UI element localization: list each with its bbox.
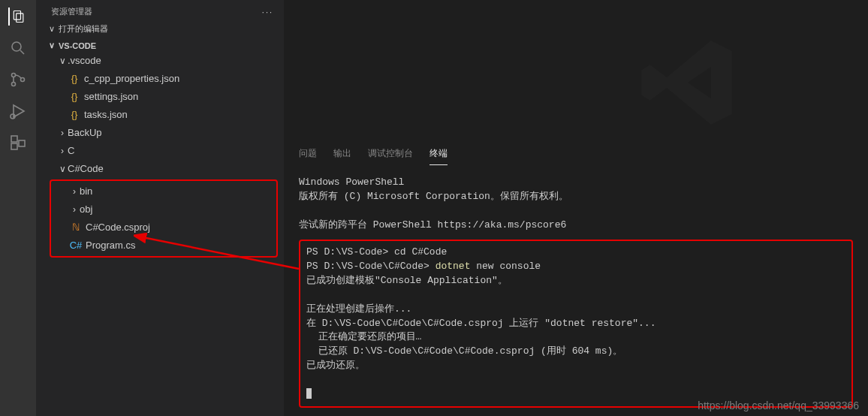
folder-label: .vscode	[68, 53, 101, 68]
more-actions-icon[interactable]: ···	[262, 8, 273, 17]
file-item[interactable]: C# Program.cs	[51, 237, 276, 255]
folder-label: C#Code	[68, 161, 104, 176]
csproj-icon: ℕ	[69, 220, 83, 235]
highlighted-folder-contents: › bin › obj ℕ C#Code.csproj C# Program.c…	[50, 179, 278, 258]
folder-csharp[interactable]: ∨ C#Code	[36, 160, 284, 178]
svg-rect-0	[14, 11, 20, 20]
explorer-sidebar: 资源管理器 ··· ∨ 打开的编辑器 ∨ VS-CODE ∨ .vscode {…	[36, 0, 284, 416]
vscode-logo-icon	[635, 30, 740, 137]
file-label: c_cpp_properties.json	[84, 71, 179, 86]
chevron-down-icon: ∨	[47, 41, 57, 50]
terminal-line: 已成功创建模板"Console Application"。	[306, 274, 845, 288]
file-item[interactable]: {} c_cpp_properties.json	[36, 70, 284, 88]
folder-label: obj	[80, 202, 92, 217]
chevron-down-icon: ∨	[57, 53, 68, 68]
file-item[interactable]: ℕ C#Code.csproj	[51, 219, 276, 237]
chevron-down-icon: ∨	[47, 24, 57, 34]
terminal-line: 已成功还原。	[306, 359, 845, 373]
svg-rect-11	[19, 140, 25, 146]
chevron-down-icon: ∨	[57, 161, 68, 176]
folder-item[interactable]: › bin	[51, 182, 276, 200]
terminal-line	[306, 373, 845, 387]
open-editors-section[interactable]: ∨ 打开的编辑器	[36, 22, 284, 36]
json-icon: {}	[68, 71, 81, 86]
folder-label: bin	[80, 184, 92, 199]
chevron-right-icon: ›	[69, 184, 80, 199]
terminal-line: 在 D:\VS-Code\C#Code\C#Code.csproj 上运行 "d…	[306, 317, 845, 331]
svg-point-2	[12, 42, 21, 51]
cursor-icon	[306, 388, 312, 399]
svg-point-4	[12, 74, 16, 77]
svg-point-5	[12, 83, 16, 86]
main-area: 问题 输出 调试控制台 终端 Windows PowerShell 版权所有 (…	[284, 0, 868, 416]
tab-terminal[interactable]: 终端	[429, 147, 448, 165]
sidebar-title: 资源管理器	[51, 6, 92, 17]
folder-item[interactable]: › obj	[51, 200, 276, 219]
file-label: C#Code.csproj	[86, 220, 150, 235]
terminal-line: 正在处理创建后操作...	[306, 303, 845, 317]
file-label: tasks.json	[84, 107, 128, 122]
json-icon: {}	[68, 107, 81, 122]
svg-rect-1	[17, 14, 23, 23]
svg-line-3	[20, 50, 24, 54]
chevron-right-icon: ›	[57, 143, 68, 158]
folder-item[interactable]: › C	[36, 142, 284, 160]
terminal[interactable]: Windows PowerShell 版权所有 (C) Microsoft Co…	[284, 165, 868, 415]
folder-item[interactable]: › BackUp	[36, 124, 284, 142]
terminal-line: PS D:\VS-Code> cd C#Code	[306, 246, 845, 260]
svg-rect-10	[11, 143, 17, 149]
empty-editor	[284, 0, 868, 143]
file-label: Program.cs	[86, 238, 135, 253]
json-icon: {}	[68, 89, 81, 104]
terminal-line: 已还原 D:\VS-Code\C#Code\C#Code.csproj (用时 …	[306, 345, 845, 359]
chevron-right-icon: ›	[69, 202, 80, 217]
tab-output[interactable]: 输出	[333, 147, 351, 165]
highlighted-terminal-block: PS D:\VS-Code> cd C#Code PS D:\VS-Code\C…	[299, 240, 853, 407]
terminal-line: PS D:\VS-Code\C#Code> dotnet new console	[306, 260, 845, 274]
open-editors-label: 打开的编辑器	[59, 23, 108, 35]
explorer-icon[interactable]	[8, 8, 26, 26]
panel-tabs: 问题 输出 调试控制台 终端	[284, 143, 868, 165]
tab-problems[interactable]: 问题	[299, 147, 317, 165]
file-item[interactable]: {} tasks.json	[36, 106, 284, 124]
terminal-line: 版权所有 (C) Microsoft Corporation。保留所有权利。	[299, 190, 853, 204]
file-tree: ∨ .vscode {} c_cpp_properties.json {} se…	[36, 52, 284, 259]
extensions-icon[interactable]	[9, 134, 27, 152]
terminal-line	[306, 288, 845, 303]
watermark-text: https://blog.csdn.net/qq_33993366	[698, 399, 859, 411]
terminal-line: Windows PowerShell	[299, 176, 853, 190]
source-control-icon[interactable]	[9, 71, 27, 89]
file-item[interactable]: {} settings.json	[36, 88, 284, 106]
svg-point-6	[21, 78, 25, 82]
folder-label: BackUp	[68, 125, 102, 140]
file-label: settings.json	[84, 89, 138, 104]
svg-rect-9	[11, 136, 17, 142]
csharp-icon: C#	[69, 238, 83, 253]
debug-icon[interactable]	[9, 102, 27, 120]
workspace-root-label: VS-CODE	[59, 41, 96, 50]
search-icon[interactable]	[9, 39, 27, 57]
sidebar-header: 资源管理器 ···	[36, 0, 284, 22]
terminal-line: 正在确定要还原的项目…	[306, 330, 845, 345]
terminal-line	[299, 204, 853, 219]
activity-bar	[0, 0, 36, 416]
folder-label: C	[68, 143, 74, 158]
folder-vscode[interactable]: ∨ .vscode	[36, 52, 284, 70]
terminal-line: 尝试新的跨平台 PowerShell https://aka.ms/pscore…	[299, 219, 853, 233]
chevron-right-icon: ›	[57, 125, 68, 140]
workspace-root-section[interactable]: ∨ VS-CODE	[36, 39, 284, 52]
tab-debug-console[interactable]: 调试控制台	[368, 147, 413, 165]
